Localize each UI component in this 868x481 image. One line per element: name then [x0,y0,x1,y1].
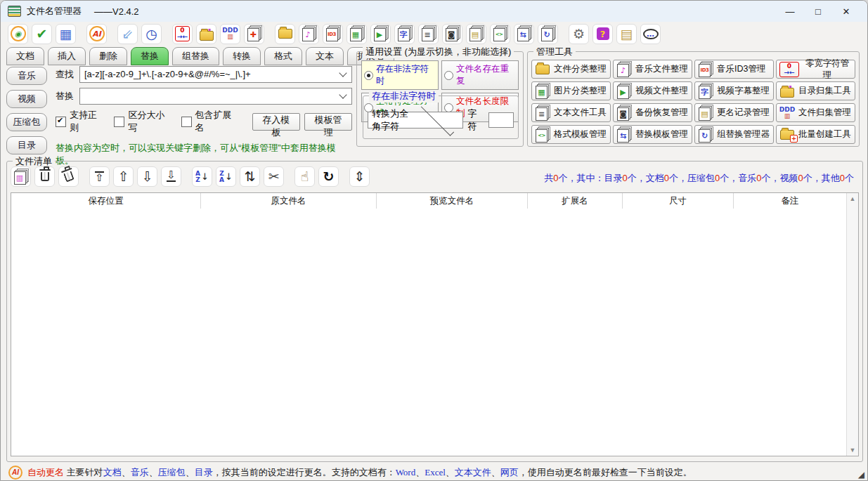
backup-restore-button[interactable]: ◙备份恢复管理 [613,103,692,122]
replace-template-button[interactable]: ⇆ [514,24,534,44]
feather-arrow-button[interactable]: ⇙ [117,24,138,44]
zero-width-button[interactable]: 0→← [172,24,193,44]
minimize-button[interactable]: — [776,2,804,20]
browse-button[interactable]: ◉ [8,24,28,44]
add-list-button[interactable]: ▥ [11,166,31,187]
tab-text[interactable]: 文本 [306,47,344,65]
backup-disk-button[interactable]: ◙ [442,24,462,44]
music-id3-button[interactable]: ID3 [323,24,343,44]
column-header[interactable]: 原文件名 [201,193,377,209]
sidebar-item-video[interactable]: 视频 [6,90,47,108]
find-combobox[interactable] [79,66,352,83]
sidebar-item-directory[interactable]: 目录 [6,136,47,154]
video-files-button[interactable]: ▶ [370,24,391,44]
move-up-button[interactable]: ⇧ [113,166,134,187]
license-button[interactable]: ▤ [616,24,637,44]
tab-group-replace[interactable]: 组替换 [172,47,219,65]
image-organize-button[interactable]: ▦图片分类整理 [531,81,611,100]
chevron-down-icon[interactable] [420,103,453,136]
settings-gear-button[interactable]: ⚙ [569,24,589,44]
column-header[interactable]: 保存位置 [11,193,201,209]
general-option-button[interactable]: 文件名存在重复 [441,60,519,90]
sidebar-item-archive[interactable]: 压缩包 [6,113,47,131]
folder-button[interactable] [275,24,295,44]
scroll-down-icon[interactable]: ▼ [850,444,856,456]
tab-convert[interactable]: 转换 [223,47,261,65]
weave-button[interactable]: ▦ [56,24,76,44]
text-files-button[interactable]: ≡ [418,24,439,44]
tab-delete[interactable]: 删除 [89,47,127,65]
tab-format[interactable]: 格式 [264,47,302,65]
template-manage-button[interactable]: 模板管理 [304,113,352,131]
rename-record-button[interactable]: ▤更名记录管理 [694,103,774,122]
move-down-button[interactable]: ⇩ [137,166,157,187]
hand-select-button[interactable]: ☝ [294,166,315,187]
format-template-manage-button[interactable]: <>格式模板管理 [531,125,611,144]
char-input[interactable] [488,112,514,128]
group-replace-button[interactable]: ↻ [538,24,558,44]
split-move-button[interactable]: ⇕ [349,166,370,187]
save-history-button[interactable]: ◷ [141,24,162,44]
file-organize-button[interactable]: 文件分类整理 [531,60,611,79]
illegal-char-select[interactable]: 转换为全角字符 [368,112,463,129]
add-files-button[interactable]: ✚ [244,24,264,44]
column-header[interactable]: 扩展名 [528,193,623,209]
replace-template-manage-button[interactable]: ⇆替换模板管理 [613,125,692,144]
move-top-button[interactable]: ⇧ [89,166,110,187]
verify-button[interactable]: ✔ [32,24,52,44]
checkbox[interactable]: 区分大小写 [114,109,168,134]
checkbox[interactable]: 包含扩展名 [181,109,235,134]
sort-az-button[interactable]: AZ↓ [192,166,212,187]
close-button[interactable]: ✕ [832,2,860,20]
file-table-body[interactable] [11,209,846,456]
ai-rename-button[interactable]: AI [86,24,107,44]
chevron-down-icon[interactable] [339,69,346,77]
zero-width-manage-button[interactable]: 0→←零宽字符管理 [776,60,855,79]
batch-create-button[interactable]: +批量创建工具 [776,125,855,144]
sort-za-button[interactable]: ZA↓ [216,166,236,187]
save-template-button[interactable]: 存入模板 [252,113,300,131]
tab-document[interactable]: 文档 [6,47,44,65]
clear-button[interactable] [58,166,79,187]
sidebar-item-music[interactable]: 音乐 [6,67,47,85]
tab-insert[interactable]: 插入 [48,47,86,65]
move-bottom-button[interactable]: ⇩ [161,166,181,187]
resize-grip-icon[interactable]: ◢ [858,470,864,480]
file-collect-button[interactable]: DDD▥文件归集管理 [776,103,855,122]
group-replace-manage-button[interactable]: ↻组替换管理器 [694,125,774,144]
tool-button-label: 更名记录管理 [717,107,770,119]
scroll-up-icon[interactable]: ▲ [850,193,856,204]
music-files-button[interactable]: ♪ [299,24,319,44]
image-files-button[interactable]: ▦ [346,24,367,44]
delete-button[interactable] [34,166,55,187]
music-organize-button[interactable]: ♪音乐文件整理 [613,60,692,79]
checkbox[interactable]: 支持正则 [56,109,101,134]
column-header[interactable]: 预览文件名 [377,193,528,209]
subtitle-organize-button[interactable]: 字视频字幕整理 [694,81,774,100]
subtitle-button[interactable]: 字 [394,24,415,44]
id3-manage-button[interactable]: ID3音乐ID3管理 [694,60,774,79]
dir-collect-button[interactable]: ▪▪▪目录归集工具 [776,81,855,100]
help-button[interactable]: ? [592,24,613,44]
maximize-button[interactable]: □ [804,2,832,20]
text-tool-button[interactable]: ≡文本文件工具 [531,103,611,122]
invert-order-button[interactable]: ⇅ [240,166,260,187]
tool-button-label: 替换模板管理 [635,129,688,140]
folder-export-button[interactable]: ▪▪▪ [196,24,216,44]
rename-log-button[interactable]: ▤ [466,24,486,44]
find-input[interactable] [84,69,336,79]
column-header[interactable]: 备注 [734,193,846,209]
chevron-down-icon[interactable] [339,91,346,98]
column-header[interactable]: 尺寸 [623,193,734,209]
general-option-button[interactable]: 存在非法字符时 [361,60,439,90]
video-organize-button[interactable]: ▶视频文件整理 [613,81,692,100]
shuffle-button[interactable]: ✂ [264,166,284,187]
replace-input[interactable] [84,91,336,101]
replace-combobox[interactable] [79,88,352,105]
about-button[interactable]: … [640,24,661,44]
tab-replace[interactable]: 替换 [131,47,169,65]
refresh-button[interactable]: ↻ [318,166,339,187]
format-template-button[interactable]: <> [490,24,510,44]
vertical-scrollbar[interactable]: ▲ ▼ [846,193,858,456]
catalog-button[interactable]: DDD▥ [220,24,240,44]
